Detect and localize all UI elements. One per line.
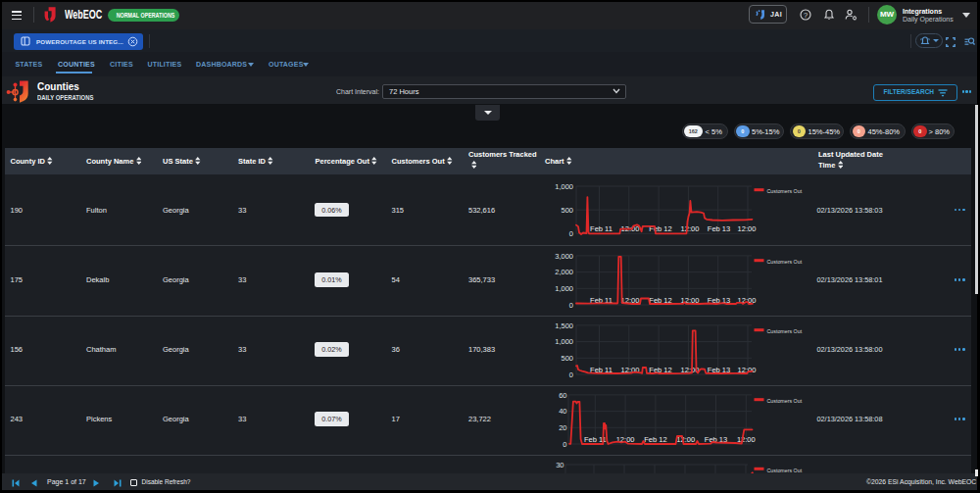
svg-text:0: 0 (569, 370, 573, 378)
svg-text:Customers Out: Customers Out (767, 398, 803, 404)
svg-text:Feb 13: Feb 13 (708, 224, 730, 233)
svg-text:Customers Out: Customers Out (767, 328, 803, 334)
svg-text:1,500: 1,500 (555, 320, 573, 329)
svg-text:0: 0 (569, 229, 573, 238)
svg-text:1,000: 1,000 (555, 337, 573, 346)
svg-text:0: 0 (563, 439, 566, 448)
svg-text:1,000: 1,000 (555, 182, 573, 191)
svg-text:500: 500 (561, 206, 573, 215)
svg-text:12:00: 12:00 (681, 224, 700, 233)
svg-text:20: 20 (559, 422, 566, 431)
svg-text:Customers Out: Customers Out (767, 188, 803, 194)
svg-text:40: 40 (559, 407, 566, 416)
svg-text:1,000: 1,000 (555, 283, 573, 292)
svg-text:2,000: 2,000 (555, 268, 573, 276)
svg-text:60: 60 (559, 390, 566, 399)
svg-text:12:00: 12:00 (738, 224, 757, 233)
svg-text:?: ? (804, 11, 808, 20)
svg-text:500: 500 (561, 353, 573, 362)
svg-text:Feb 11: Feb 11 (590, 224, 612, 233)
svg-text:30: 30 (556, 460, 564, 468)
svg-text:Customers Out: Customers Out (767, 467, 803, 472)
svg-text:Customers Out: Customers Out (767, 259, 803, 265)
svg-text:Feb 12: Feb 12 (644, 435, 666, 444)
svg-text:3,000: 3,000 (555, 251, 573, 260)
svg-text:0: 0 (569, 300, 573, 309)
